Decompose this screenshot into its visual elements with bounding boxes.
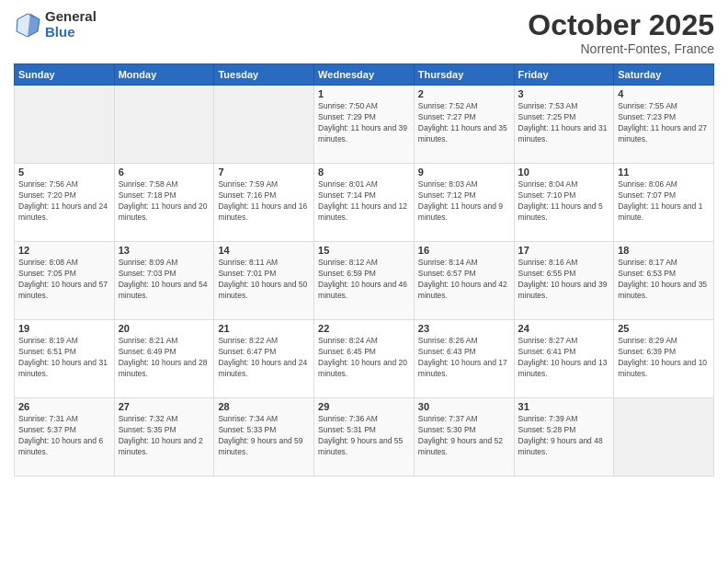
day-number: 20 bbox=[119, 323, 210, 334]
calendar-cell: 10 Sunrise: 8:04 AMSunset: 7:10 PMDaylig… bbox=[514, 164, 614, 242]
day-info: Sunrise: 8:01 AMSunset: 7:14 PMDaylight:… bbox=[318, 179, 407, 222]
calendar-cell: 8 Sunrise: 8:01 AMSunset: 7:14 PMDayligh… bbox=[314, 164, 415, 242]
day-number: 24 bbox=[518, 323, 610, 334]
day-info: Sunrise: 8:29 AMSunset: 6:39 PMDaylight:… bbox=[618, 336, 707, 378]
day-info: Sunrise: 7:53 AMSunset: 7:25 PMDaylight:… bbox=[518, 101, 608, 144]
calendar-cell: 29 Sunrise: 7:36 AMSunset: 5:31 PMDaylig… bbox=[314, 398, 415, 477]
header-thursday: Thursday bbox=[414, 64, 514, 86]
day-info: Sunrise: 7:36 AMSunset: 5:31 PMDaylight:… bbox=[318, 414, 403, 456]
day-number: 9 bbox=[418, 167, 510, 178]
header-friday: Friday bbox=[514, 64, 614, 86]
calendar-cell: 12 Sunrise: 8:08 AMSunset: 7:05 PMDaylig… bbox=[15, 242, 115, 320]
week-row-1: 1 Sunrise: 7:50 AMSunset: 7:29 PMDayligh… bbox=[15, 86, 714, 164]
weekday-header-row: Sunday Monday Tuesday Wednesday Thursday… bbox=[15, 64, 714, 86]
day-info: Sunrise: 7:55 AMSunset: 7:23 PMDaylight:… bbox=[618, 101, 707, 144]
calendar-cell bbox=[614, 398, 714, 477]
calendar-cell: 19 Sunrise: 8:19 AMSunset: 6:51 PMDaylig… bbox=[15, 320, 115, 398]
day-info: Sunrise: 7:59 AMSunset: 7:16 PMDaylight:… bbox=[218, 179, 307, 222]
calendar-cell: 13 Sunrise: 8:09 AMSunset: 7:03 PMDaylig… bbox=[114, 242, 214, 320]
week-row-5: 26 Sunrise: 7:31 AMSunset: 5:37 PMDaylig… bbox=[15, 398, 714, 477]
day-info: Sunrise: 8:12 AMSunset: 6:59 PMDaylight:… bbox=[318, 258, 407, 300]
calendar-cell: 24 Sunrise: 8:27 AMSunset: 6:41 PMDaylig… bbox=[514, 320, 614, 398]
day-number: 10 bbox=[518, 167, 610, 178]
calendar-cell: 7 Sunrise: 7:59 AMSunset: 7:16 PMDayligh… bbox=[214, 164, 314, 242]
day-info: Sunrise: 8:04 AMSunset: 7:10 PMDaylight:… bbox=[518, 179, 603, 222]
logo-text: General Blue bbox=[45, 9, 97, 40]
calendar-cell: 5 Sunrise: 7:56 AMSunset: 7:20 PMDayligh… bbox=[15, 164, 115, 242]
week-row-4: 19 Sunrise: 8:19 AMSunset: 6:51 PMDaylig… bbox=[15, 320, 714, 398]
day-info: Sunrise: 8:06 AMSunset: 7:07 PMDaylight:… bbox=[618, 179, 702, 222]
week-row-2: 5 Sunrise: 7:56 AMSunset: 7:20 PMDayligh… bbox=[15, 164, 714, 242]
calendar-cell: 16 Sunrise: 8:14 AMSunset: 6:57 PMDaylig… bbox=[414, 242, 514, 320]
day-number: 29 bbox=[318, 401, 410, 412]
header-monday: Monday bbox=[114, 64, 214, 86]
day-number: 12 bbox=[18, 245, 110, 256]
calendar-cell: 18 Sunrise: 8:17 AMSunset: 6:53 PMDaylig… bbox=[614, 242, 714, 320]
day-info: Sunrise: 8:21 AMSunset: 6:49 PMDaylight:… bbox=[119, 336, 208, 378]
day-number: 16 bbox=[418, 245, 510, 256]
day-number: 1 bbox=[318, 88, 410, 99]
header: General Blue October 2025 Norrent-Fontes… bbox=[14, 9, 714, 56]
day-info: Sunrise: 7:58 AMSunset: 7:18 PMDaylight:… bbox=[119, 179, 208, 222]
logo: General Blue bbox=[14, 9, 97, 40]
calendar-cell: 17 Sunrise: 8:16 AMSunset: 6:55 PMDaylig… bbox=[514, 242, 614, 320]
header-sunday: Sunday bbox=[15, 64, 115, 86]
day-number: 25 bbox=[618, 323, 710, 334]
day-number: 26 bbox=[18, 401, 110, 412]
day-info: Sunrise: 8:24 AMSunset: 6:45 PMDaylight:… bbox=[318, 336, 407, 378]
day-info: Sunrise: 8:19 AMSunset: 6:51 PMDaylight:… bbox=[18, 336, 108, 378]
calendar-cell: 11 Sunrise: 8:06 AMSunset: 7:07 PMDaylig… bbox=[614, 164, 714, 242]
day-number: 13 bbox=[119, 245, 210, 256]
day-info: Sunrise: 7:34 AMSunset: 5:33 PMDaylight:… bbox=[218, 414, 302, 456]
header-tuesday: Tuesday bbox=[214, 64, 314, 86]
calendar-cell: 22 Sunrise: 8:24 AMSunset: 6:45 PMDaylig… bbox=[314, 320, 415, 398]
day-info: Sunrise: 7:56 AMSunset: 7:20 PMDaylight:… bbox=[18, 179, 108, 222]
logo-icon bbox=[14, 11, 41, 39]
day-info: Sunrise: 8:16 AMSunset: 6:55 PMDaylight:… bbox=[518, 258, 608, 300]
title-block: October 2025 Norrent-Fontes, France bbox=[528, 9, 714, 56]
day-info: Sunrise: 8:14 AMSunset: 6:57 PMDaylight:… bbox=[418, 258, 507, 300]
day-info: Sunrise: 8:17 AMSunset: 6:53 PMDaylight:… bbox=[618, 258, 707, 300]
calendar-cell: 6 Sunrise: 7:58 AMSunset: 7:18 PMDayligh… bbox=[114, 164, 214, 242]
calendar-cell: 26 Sunrise: 7:31 AMSunset: 5:37 PMDaylig… bbox=[15, 398, 115, 477]
day-number: 2 bbox=[418, 88, 510, 99]
day-number: 19 bbox=[18, 323, 110, 334]
day-number: 6 bbox=[119, 167, 210, 178]
day-number: 8 bbox=[318, 167, 410, 178]
day-info: Sunrise: 7:31 AMSunset: 5:37 PMDaylight:… bbox=[18, 414, 103, 456]
day-info: Sunrise: 8:27 AMSunset: 6:41 PMDaylight:… bbox=[518, 336, 608, 378]
title-location: Norrent-Fontes, France bbox=[528, 41, 714, 56]
day-number: 27 bbox=[119, 401, 210, 412]
calendar-cell: 21 Sunrise: 8:22 AMSunset: 6:47 PMDaylig… bbox=[214, 320, 314, 398]
day-info: Sunrise: 8:22 AMSunset: 6:47 PMDaylight:… bbox=[218, 336, 307, 378]
calendar-cell: 28 Sunrise: 7:34 AMSunset: 5:33 PMDaylig… bbox=[214, 398, 314, 477]
day-number: 18 bbox=[618, 245, 710, 256]
day-info: Sunrise: 7:32 AMSunset: 5:35 PMDaylight:… bbox=[119, 414, 203, 456]
header-wednesday: Wednesday bbox=[314, 64, 415, 86]
day-info: Sunrise: 8:08 AMSunset: 7:05 PMDaylight:… bbox=[18, 258, 108, 300]
calendar-cell: 4 Sunrise: 7:55 AMSunset: 7:23 PMDayligh… bbox=[614, 86, 714, 164]
day-number: 28 bbox=[218, 401, 310, 412]
day-number: 5 bbox=[18, 167, 110, 178]
calendar-cell: 15 Sunrise: 8:12 AMSunset: 6:59 PMDaylig… bbox=[314, 242, 415, 320]
day-info: Sunrise: 8:26 AMSunset: 6:43 PMDaylight:… bbox=[418, 336, 507, 378]
calendar-cell: 2 Sunrise: 7:52 AMSunset: 7:27 PMDayligh… bbox=[414, 86, 514, 164]
calendar-cell: 23 Sunrise: 8:26 AMSunset: 6:43 PMDaylig… bbox=[414, 320, 514, 398]
day-number: 3 bbox=[518, 88, 610, 99]
day-number: 31 bbox=[518, 401, 610, 412]
day-info: Sunrise: 8:03 AMSunset: 7:12 PMDaylight:… bbox=[418, 179, 503, 222]
day-number: 23 bbox=[418, 323, 510, 334]
day-number: 14 bbox=[218, 245, 310, 256]
day-info: Sunrise: 8:09 AMSunset: 7:03 PMDaylight:… bbox=[119, 258, 208, 300]
calendar-cell bbox=[214, 86, 314, 164]
calendar-cell: 27 Sunrise: 7:32 AMSunset: 5:35 PMDaylig… bbox=[114, 398, 214, 477]
day-number: 15 bbox=[318, 245, 410, 256]
day-number: 22 bbox=[318, 323, 410, 334]
day-number: 4 bbox=[618, 88, 710, 99]
calendar-cell: 30 Sunrise: 7:37 AMSunset: 5:30 PMDaylig… bbox=[414, 398, 514, 477]
day-info: Sunrise: 7:52 AMSunset: 7:27 PMDaylight:… bbox=[418, 101, 507, 144]
header-saturday: Saturday bbox=[614, 64, 714, 86]
day-info: Sunrise: 7:37 AMSunset: 5:30 PMDaylight:… bbox=[418, 414, 503, 456]
logo-blue-text: Blue bbox=[45, 25, 97, 40]
day-number: 7 bbox=[218, 167, 310, 178]
